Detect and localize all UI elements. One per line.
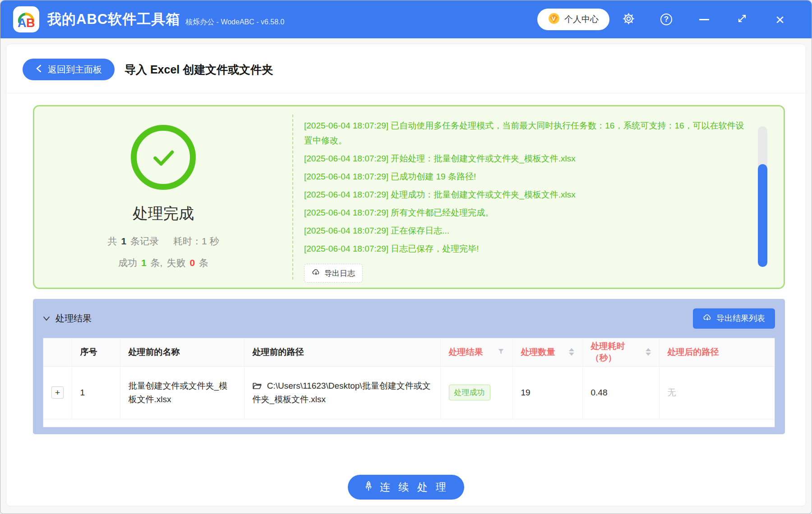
fail-count: 0 [189, 257, 195, 268]
cell-count: 19 [512, 366, 582, 419]
folder-icon [253, 381, 267, 390]
app-window: A B 我的ABC软件工具箱 核烁办公 - WodeABC - v6.58.0 … [0, 0, 812, 514]
help-icon: ? [660, 14, 672, 25]
total-suffix: 条记录 [130, 235, 159, 248]
cell-name: 批量创建文件或文件夹_模板文件.xlsx [120, 366, 244, 419]
table-header-row: 序号 处理前的名称 处理前的路径 处理结果 [43, 338, 775, 366]
resize-button[interactable] [723, 13, 761, 26]
continue-label: 连 续 处 理 [380, 480, 449, 494]
cell-index: 1 [72, 366, 120, 419]
chevron-down-icon [43, 313, 50, 324]
chevron-left-icon [35, 64, 42, 75]
gear-icon [623, 13, 635, 27]
title-bar: A B 我的ABC软件工具箱 核烁办公 - WodeABC - v6.58.0 … [0, 0, 812, 38]
sort-caret-icon[interactable] [646, 348, 651, 356]
cell-after-path: 无 [659, 366, 775, 419]
minimize-button[interactable] [685, 19, 723, 20]
cloud-download-icon [312, 268, 320, 279]
back-to-dashboard-button[interactable]: 返回到主面板 [23, 59, 115, 80]
footer: 连 续 处 理 [6, 475, 806, 506]
header-index: 序号 [72, 338, 120, 366]
header-expand [43, 338, 72, 366]
summary-panel: 处理完成 共 1 条记录 耗时：1 秒 成功 1 条, 失败 0 条 [33, 105, 785, 289]
minimize-icon [699, 19, 709, 20]
header-result[interactable]: 处理结果 [440, 338, 512, 366]
vip-diamond-icon: V [548, 13, 560, 27]
page-header: 返回到主面板 导入 Excel 创建文件或文件夹 [6, 44, 806, 93]
svg-text:B: B [26, 16, 35, 29]
results-header: 处理结果 导出结果列表 [43, 299, 775, 338]
cell-result: 处理成功 [440, 366, 512, 419]
app-title: 我的ABC软件工具箱 [47, 10, 180, 29]
summary-status: 处理完成 共 1 条记录 耗时：1 秒 成功 1 条, 失败 0 条 [34, 106, 292, 288]
app-subtitle: 核烁办公 - WodeABC - v6.58.0 [185, 12, 284, 27]
status-title: 处理完成 [133, 203, 194, 224]
log-line: [2025-06-04 18:07:29] 开始处理：批量创建文件或文件夹_模板… [304, 151, 747, 166]
app-logo-icon: A B [13, 6, 39, 32]
cell-elapsed: 0.48 [582, 366, 659, 419]
results-table: 序号 处理前的名称 处理前的路径 处理结果 [43, 338, 775, 427]
log-scrollbar-thumb[interactable] [758, 164, 767, 267]
export-log-button[interactable]: 导出日志 [304, 264, 363, 283]
status-badge: 处理成功 [449, 385, 490, 400]
table-row: + 1 批量创建文件或文件夹_模板文件.xlsx C:\U [43, 366, 775, 419]
user-center-button[interactable]: V 个人中心 [537, 9, 609, 30]
results-section: 处理结果 导出结果列表 [33, 299, 785, 434]
log-line: [2025-06-04 18:07:29] 已自动使用多任务处理模式，当前最大同… [304, 118, 747, 148]
titlebar-controls: V 个人中心 ? [537, 9, 799, 30]
success-check-icon [131, 125, 196, 190]
results-section-title: 处理结果 [55, 312, 92, 325]
cell-expand: + [43, 366, 72, 419]
filter-funnel-icon[interactable] [498, 347, 504, 357]
success-suffix: 条, [151, 257, 163, 269]
elapsed-label: 耗时：1 秒 [173, 235, 219, 248]
rocket-icon [363, 481, 374, 494]
settings-button[interactable] [609, 13, 647, 27]
results-collapse-toggle[interactable]: 处理结果 [43, 312, 92, 325]
header-elapsed[interactable]: 处理耗时（秒） [582, 338, 659, 366]
log-scrollbar-track[interactable] [758, 126, 767, 267]
success-label: 成功 [118, 257, 137, 269]
export-log-label: 导出日志 [324, 268, 355, 279]
help-button[interactable]: ? [647, 14, 685, 25]
header-name: 处理前的名称 [120, 338, 244, 366]
sort-caret-icon[interactable] [569, 348, 574, 356]
svg-text:V: V [552, 15, 556, 22]
log-line: [2025-06-04 18:07:29] 正在保存日志... [304, 223, 747, 238]
close-button[interactable]: × [761, 12, 799, 27]
log-line: [2025-06-04 18:07:29] 处理成功：批量创建文件或文件夹_模板… [304, 187, 747, 202]
cell-path-text: C:\Users\11623\Desktop\批量创建文件或文件夹_模板文件.x… [253, 381, 431, 404]
page-title: 导入 Excel 创建文件或文件夹 [125, 62, 273, 77]
fail-suffix: 条 [199, 257, 208, 269]
record-stats: 共 1 条记录 耗时：1 秒 [107, 235, 219, 248]
export-results-button[interactable]: 导出结果列表 [693, 308, 775, 329]
header-result-label: 处理结果 [449, 346, 483, 358]
total-count: 1 [121, 236, 126, 247]
header-path: 处理前的路径 [244, 338, 440, 366]
log-area: [2025-06-04 18:07:29] 已自动使用多任务处理模式，当前最大同… [293, 106, 784, 288]
log-line: [2025-06-04 18:07:29] 所有文件都已经处理完成。 [304, 205, 747, 220]
log-line: [2025-06-04 18:07:29] 日志已保存，处理完毕! [304, 241, 747, 256]
result-stats: 成功 1 条, 失败 0 条 [118, 257, 208, 269]
back-button-label: 返回到主面板 [48, 64, 102, 76]
cell-path: C:\Users\11623\Desktop\批量创建文件或文件夹_模板文件.x… [244, 366, 440, 419]
fail-label: 失败 [166, 257, 185, 269]
resize-icon [737, 13, 747, 26]
cloud-download-icon [703, 313, 712, 324]
user-center-label: 个人中心 [564, 14, 599, 25]
total-prefix: 共 [107, 235, 117, 248]
header-elapsed-label: 处理耗时（秒） [591, 340, 646, 364]
header-count-label: 处理数量 [521, 346, 555, 358]
success-count: 1 [141, 257, 147, 268]
log-line: [2025-06-04 18:07:29] 已成功创建 19 条路径! [304, 169, 747, 184]
header-count[interactable]: 处理数量 [512, 338, 582, 366]
svg-text:A: A [18, 16, 27, 29]
close-icon: × [775, 12, 784, 27]
main-content-card: 返回到主面板 导入 Excel 创建文件或文件夹 处理完成 共 1 条记录 耗时… [6, 44, 806, 506]
export-results-label: 导出结果列表 [716, 313, 765, 324]
continue-processing-button[interactable]: 连 续 处 理 [348, 475, 464, 500]
header-after-path: 处理后的路径 [659, 338, 775, 366]
row-expand-button[interactable]: + [51, 386, 64, 399]
